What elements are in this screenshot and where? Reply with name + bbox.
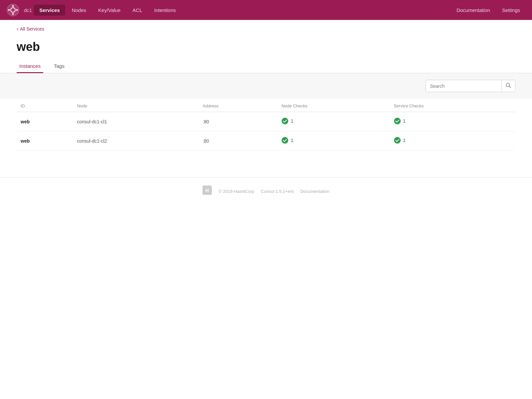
table-area: ID Node Address Node Checks Service Chec… [0,99,532,151]
datacenter-label: dc1 [24,7,32,13]
col-node-checks: Node Checks [277,99,389,112]
search-icon [506,83,511,88]
instances-table: ID Node Address Node Checks Service Chec… [17,99,515,151]
service-checks-badge: 1 [394,137,406,144]
nav-links: Services Nodes Key/Value ACL Intentions [34,5,451,16]
svg-text:H: H [205,188,209,193]
search-box [426,80,515,92]
footer-version: Consul 1.5.1+ent [261,189,294,194]
nav-services[interactable]: Services [34,5,65,16]
hashicorp-logo-icon: H [202,186,212,197]
svg-point-11 [394,137,401,144]
cell-id: web [17,131,73,151]
consul-logo-icon [7,4,19,16]
svg-point-5 [16,9,18,11]
table-header: ID Node Address Node Checks Service Chec… [17,99,515,112]
footer-doc-link[interactable]: Documentation [300,189,329,194]
check-success-icon [394,137,401,144]
col-id: ID [17,99,73,112]
page-title-area: web [0,35,532,54]
svg-line-7 [509,86,511,88]
node-checks-count: 1 [291,118,293,124]
table-row[interactable]: web consul-dc1-cl2 :80 1 [17,131,515,151]
cell-address: :80 [199,112,277,131]
nav-right: Documentation Settings [451,5,525,16]
tab-instances[interactable]: Instances [17,59,43,73]
nav-settings[interactable]: Settings [497,5,525,16]
service-checks-count: 1 [403,118,406,124]
cell-address: :80 [199,131,277,151]
nav-keyvalue[interactable]: Key/Value [93,5,126,16]
cell-service-checks: 1 [390,131,515,151]
node-checks-badge: 1 [281,117,293,125]
cell-node: consul-dc1-cl1 [73,112,199,131]
node-checks-badge: 1 [281,137,293,144]
navbar: dc1 Services Nodes Key/Value ACL Intenti… [0,0,532,20]
breadcrumb: All Services [0,20,532,35]
table-row[interactable]: web consul-dc1-cl1 :80 1 [17,112,515,131]
cell-node-checks: 1 [277,131,389,151]
nav-acl[interactable]: ACL [127,5,148,16]
service-checks-badge: 1 [394,117,406,125]
cell-service-checks: 1 [390,112,515,131]
toolbar [0,73,532,99]
svg-point-2 [12,5,14,7]
check-success-icon [281,117,289,125]
svg-point-9 [394,118,401,124]
breadcrumb-link[interactable]: All Services [17,26,44,32]
cell-node-checks: 1 [277,112,389,131]
svg-point-3 [12,13,14,15]
page-title: web [17,40,515,54]
cell-id: web [17,112,73,131]
col-node: Node [73,99,199,112]
nav-intentions[interactable]: Intentions [149,5,181,16]
nav-nodes[interactable]: Nodes [66,5,91,16]
svg-point-10 [282,137,288,144]
col-service-checks: Service Checks [390,99,515,112]
col-address: Address [199,99,277,112]
nav-documentation[interactable]: Documentation [451,5,495,16]
cell-node: consul-dc1-cl2 [73,131,199,151]
table-body: web consul-dc1-cl1 :80 1 [17,112,515,151]
check-success-icon [394,117,401,125]
node-checks-count: 1 [291,138,293,143]
footer: H © 2019 HashiCorp Consul 1.5.1+ent Docu… [0,177,532,205]
tabs: Instances Tags [0,59,532,73]
check-success-icon [281,137,289,144]
svg-point-8 [282,118,288,124]
search-input[interactable] [426,81,501,91]
service-checks-count: 1 [403,138,406,143]
svg-point-4 [8,9,10,11]
footer-copyright: © 2019 HashiCorp [218,189,254,194]
search-button[interactable] [501,80,515,92]
tab-tags[interactable]: Tags [51,59,67,73]
